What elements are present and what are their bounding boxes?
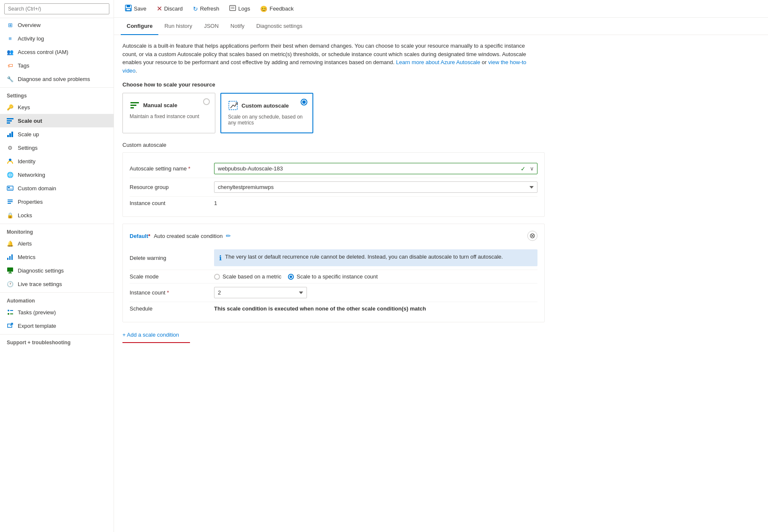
svg-rect-27 [126,8,130,11]
scale-metric-option[interactable]: Scale based on a metric [214,273,281,280]
sidebar-item-label: Locks [18,212,32,219]
sidebar-item-settings[interactable]: ⚙ Settings [0,141,114,154]
info-icon: ℹ [219,254,222,262]
custom-scale-desc: Scale on any schedule, based on any metr… [228,114,306,126]
sidebar-item-keys[interactable]: 🔑 Keys [0,100,114,114]
key-icon: 🔑 [7,104,14,111]
condition-instance-select[interactable]: 2 [214,287,307,298]
tab-run-history[interactable]: Run history [158,18,198,35]
resource-group-select[interactable]: chenyltestpremiumwps [214,181,537,193]
network-icon: 🌐 [7,171,14,178]
svg-rect-26 [127,5,130,7]
sidebar-item-locks[interactable]: 🔒 Locks [0,208,114,222]
sidebar-item-label: Scale up [18,131,39,138]
settings-icon: ⚙ [7,144,14,151]
manual-scale-icon [130,100,140,110]
autoscale-form: Autoscale setting name * ✓ ∨ Resource gr… [122,152,545,217]
save-icon [125,5,132,13]
sidebar-item-identity[interactable]: Identity [0,154,114,168]
feedback-button[interactable]: 😊 Feedback [256,3,298,14]
custom-autoscale-card[interactable]: Custom autoscale Scale on any schedule, … [220,93,313,133]
sidebar-item-scale-up[interactable]: Scale up [0,127,114,141]
dropdown-arrow-icon: ∨ [530,165,534,172]
sidebar-item-label: Alerts [18,240,32,247]
edit-condition-icon[interactable]: ✏ [226,232,231,239]
sidebar-item-metrics[interactable]: Metrics [0,250,114,264]
sidebar-item-export[interactable]: Export template [0,319,114,332]
scale-metric-radio[interactable] [214,274,220,280]
sidebar-item-alerts[interactable]: 🔔 Alerts [0,237,114,250]
sidebar-item-tags[interactable]: 🏷 Tags [0,59,114,72]
add-condition-underline [122,342,190,343]
sidebar-item-live-trace[interactable]: 🕐 Live trace settings [0,277,114,291]
schedule-label: Schedule [130,305,214,312]
sidebar-item-tasks[interactable]: Tasks (preview) [0,305,114,319]
custom-scale-radio[interactable] [301,99,307,105]
sidebar-item-label: Access control (IAM) [18,49,68,55]
sidebar-item-diagnose[interactable]: 🔧 Diagnose and solve problems [0,72,114,86]
autoscale-name-control: ✓ ∨ [214,163,537,174]
delete-condition-button[interactable] [527,231,537,241]
manual-scale-radio[interactable] [203,98,210,105]
sidebar-search-container [0,0,114,18]
condition-subtitle: Auto created scale condition [154,233,223,239]
logs-button[interactable]: Logs [225,3,254,15]
refresh-icon: ↻ [193,5,198,12]
svg-rect-4 [9,133,11,137]
tab-diagnostic-settings[interactable]: Diagnostic settings [250,18,308,35]
schedule-value: This scale condition is executed when no… [214,305,426,312]
tab-notify[interactable]: Notify [225,18,250,35]
condition-instance-label: Instance count * [130,289,214,296]
page-content: Autoscale is a built-in feature that hel… [114,35,768,532]
sidebar-item-overview[interactable]: ⊞ Overview [0,18,114,32]
manual-scale-header: Manual scale [130,100,208,110]
condition-header: Default* Auto created scale condition ✏ [130,231,537,241]
learn-more-link[interactable]: Learn more about Azure Autoscale [396,59,480,65]
svg-rect-28 [230,5,236,11]
resource-group-control: chenyltestpremiumwps [214,181,537,193]
condition-instance-control: 2 [214,287,537,298]
sidebar-item-scale-out[interactable]: Scale out [0,114,114,127]
autoscale-name-wrapper: ✓ ∨ [214,163,537,174]
tab-json[interactable]: JSON [198,18,225,35]
monitoring-section-header: Monitoring [0,224,114,237]
choose-scale-title: Choose how to scale your resource [122,81,760,88]
search-input[interactable] [4,3,109,14]
add-condition-button[interactable]: + Add a scale condition [122,329,760,340]
sidebar-item-iam[interactable]: 👥 Access control (IAM) [0,45,114,59]
alert-icon: 🔔 [7,240,14,247]
warning-box: ℹ The very last or default recurrence ru… [214,249,537,266]
scale-mode-radio-group: Scale based on a metric Scale to a speci… [214,273,537,280]
svg-rect-17 [8,273,12,273]
scale-options: Manual scale Maintain a fixed instance c… [122,93,760,133]
delete-warning-row: Delete warning ℹ The very last or defaul… [130,246,537,270]
sidebar-item-activity-log[interactable]: ≡ Activity log [0,32,114,45]
svg-rect-1 [7,120,12,122]
sidebar-item-label: Identity [18,158,35,165]
sidebar-item-diagnostic[interactable]: Diagnostic settings [0,264,114,277]
sidebar-item-networking[interactable]: 🌐 Networking [0,168,114,181]
sidebar-item-properties[interactable]: Properties [0,195,114,208]
manual-scale-title: Manual scale [143,102,177,108]
custom-scale-header: Custom autoscale [228,100,306,111]
save-button[interactable]: Save [121,3,151,15]
sidebar-item-custom-domain[interactable]: Custom domain [0,181,114,195]
instance-count-label: Instance count [130,200,214,206]
discard-button[interactable]: ✕ Discard [152,3,187,15]
manual-scale-card[interactable]: Manual scale Maintain a fixed instance c… [122,93,215,133]
tabs-bar: Configure Run history JSON Notify Diagno… [114,18,768,35]
sidebar-item-label: Diagnose and solve problems [18,76,90,82]
feedback-icon: 😊 [260,5,267,12]
grid-icon: ⊞ [7,22,14,28]
manual-scale-desc: Maintain a fixed instance count [130,113,208,119]
autoscale-name-input[interactable] [214,163,537,174]
instance-count-value: 1 [214,200,537,206]
sidebar-item-label: Custom domain [18,185,56,192]
svg-rect-16 [7,267,13,272]
scale-specific-label: Scale to a specific instance count [296,273,377,280]
custom-scale-title: Custom autoscale [242,103,289,109]
refresh-button[interactable]: ↻ Refresh [189,3,224,14]
tab-configure[interactable]: Configure [121,18,158,35]
scale-specific-option[interactable]: Scale to a specific instance count [288,273,377,280]
scale-specific-radio[interactable] [288,274,294,280]
